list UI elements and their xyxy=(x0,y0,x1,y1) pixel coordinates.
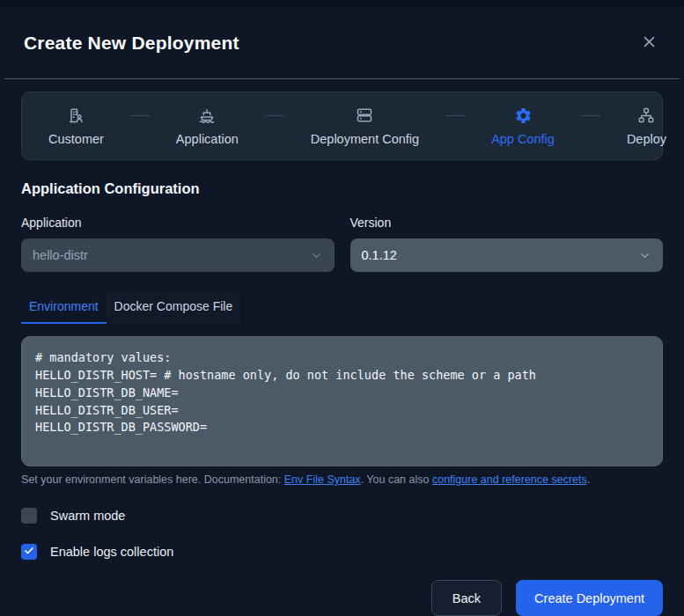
step-connector xyxy=(445,115,465,116)
version-select[interactable]: 0.1.12 xyxy=(350,238,664,272)
building-user-icon xyxy=(67,106,85,124)
env-file-syntax-link[interactable]: Env File Syntax xyxy=(284,473,361,486)
enable-logs-label: Enable logs collection xyxy=(50,545,173,559)
modal-title: Create New Deployment xyxy=(24,33,239,54)
background-page-sliver xyxy=(0,0,684,7)
section-heading: Application Configuration xyxy=(21,180,663,197)
step-connector xyxy=(581,115,600,116)
chevron-down-icon xyxy=(638,249,651,262)
version-select-value: 0.1.12 xyxy=(362,248,397,262)
config-tabs: Environment Docker Compose File xyxy=(21,292,663,324)
form-row: Application hello-distr Version 0.1.12 xyxy=(21,216,663,272)
swarm-mode-label: Swarm mode xyxy=(50,509,125,523)
configure-secrets-link[interactable]: configure and reference secrets xyxy=(432,473,587,486)
sitemap-icon xyxy=(637,106,655,124)
gear-icon xyxy=(514,106,533,124)
help-text-middle: . You can also xyxy=(361,473,432,486)
x-close-icon xyxy=(642,34,657,52)
chevron-down-icon xyxy=(310,249,323,262)
create-deployment-button[interactable]: Create Deployment xyxy=(516,580,663,616)
checkmark-icon xyxy=(24,544,34,560)
close-button[interactable] xyxy=(636,31,661,55)
step-label: Deployment Config xyxy=(311,132,419,146)
ship-icon xyxy=(198,106,216,124)
step-customer[interactable]: Customer xyxy=(48,106,104,146)
application-select-value: hello-distr xyxy=(33,248,88,262)
environment-variables-editor[interactable]: # mandatory values: HELLO_DISTR_HOST= # … xyxy=(21,336,663,466)
enable-logs-checkbox[interactable] xyxy=(21,544,37,560)
swarm-mode-checkbox[interactable] xyxy=(21,508,37,524)
step-deploy[interactable]: Deploy xyxy=(627,106,666,146)
step-connector xyxy=(265,115,284,116)
step-label: App Config xyxy=(491,132,555,146)
application-label: Application xyxy=(21,216,335,230)
help-text-prefix: Set your environment variables here. Doc… xyxy=(21,473,284,486)
modal-header: Create New Deployment xyxy=(0,7,684,78)
server-icon xyxy=(356,106,373,124)
step-application[interactable]: Application xyxy=(176,106,239,146)
step-app-config[interactable]: App Config xyxy=(491,106,555,146)
environment-help-text: Set your environment variables here. Doc… xyxy=(21,473,663,486)
step-label: Customer xyxy=(48,132,104,146)
modal-footer: Back Create Deployment xyxy=(0,580,684,616)
step-label: Application xyxy=(176,132,239,146)
application-select[interactable]: hello-distr xyxy=(21,238,335,272)
stepper: Customer Application xyxy=(21,92,663,160)
version-label: Version xyxy=(350,216,664,230)
tab-docker-compose-file[interactable]: Docker Compose File xyxy=(107,292,241,324)
tab-environment[interactable]: Environment xyxy=(21,292,107,324)
step-connector xyxy=(130,115,150,116)
header-divider xyxy=(4,78,680,79)
help-text-suffix: . xyxy=(587,473,590,486)
step-label: Deploy xyxy=(627,132,666,146)
create-deployment-modal: Create New Deployment Customer xyxy=(0,7,684,616)
enable-logs-checkbox-row[interactable]: Enable logs collection xyxy=(21,544,663,560)
step-deployment-config[interactable]: Deployment Config xyxy=(311,106,419,146)
swarm-mode-checkbox-row[interactable]: Swarm mode xyxy=(21,508,663,524)
back-button[interactable]: Back xyxy=(431,580,502,616)
